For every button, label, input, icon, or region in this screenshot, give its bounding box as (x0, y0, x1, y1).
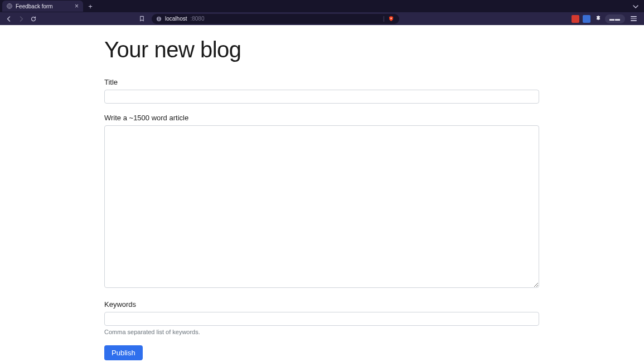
tab-bar: Feedback form × + (0, 0, 644, 12)
profile-button[interactable]: ▬▬ (605, 14, 625, 23)
menu-button[interactable] (628, 14, 638, 24)
site-info-icon[interactable] (156, 16, 162, 22)
publish-button[interactable]: Publish (104, 345, 143, 360)
browser-toolbar: localhost:8080 | ▬▬ (0, 12, 644, 25)
tab-favicon-icon (7, 3, 12, 9)
svg-rect-2 (158, 18, 159, 20)
keywords-label: Keywords (104, 300, 539, 309)
bookmark-button[interactable] (136, 14, 147, 24)
back-button[interactable] (3, 14, 14, 24)
keywords-field-group: Keywords Comma separated list of keyword… (104, 300, 539, 335)
page-heading: Your new blog (104, 37, 539, 62)
brave-shield-icon[interactable] (388, 16, 395, 22)
article-field-group: Write a ~1500 word article (104, 114, 539, 290)
article-label: Write a ~1500 word article (104, 114, 539, 122)
tab-close-icon[interactable]: × (75, 3, 79, 9)
extension-icon[interactable] (583, 15, 590, 23)
extension-icon[interactable] (572, 15, 579, 23)
address-divider: | (383, 16, 385, 22)
new-tab-button[interactable]: + (85, 1, 95, 11)
url-host: localhost (165, 16, 187, 22)
tab-title: Feedback form (16, 3, 71, 9)
title-input[interactable] (104, 90, 539, 104)
keywords-input[interactable] (104, 312, 539, 326)
extensions-button[interactable] (594, 15, 602, 23)
browser-chrome: Feedback form × + localhost:8080 | (0, 0, 644, 25)
keywords-hint: Comma separated list of keywords. (104, 329, 539, 335)
toolbar-right: ▬▬ (400, 14, 641, 24)
browser-tab[interactable]: Feedback form × (2, 1, 83, 12)
address-bar[interactable]: localhost:8080 | (152, 14, 399, 24)
article-textarea[interactable] (104, 125, 539, 288)
title-field-group: Title (104, 78, 539, 104)
svg-point-3 (158, 17, 159, 18)
forward-button[interactable] (16, 14, 27, 24)
reload-button[interactable] (28, 14, 39, 24)
page-content: Your new blog Title Write a ~1500 word a… (0, 25, 644, 362)
tabs-dropdown-icon[interactable] (627, 3, 644, 9)
url-port: :8080 (190, 16, 204, 22)
title-label: Title (104, 78, 539, 86)
